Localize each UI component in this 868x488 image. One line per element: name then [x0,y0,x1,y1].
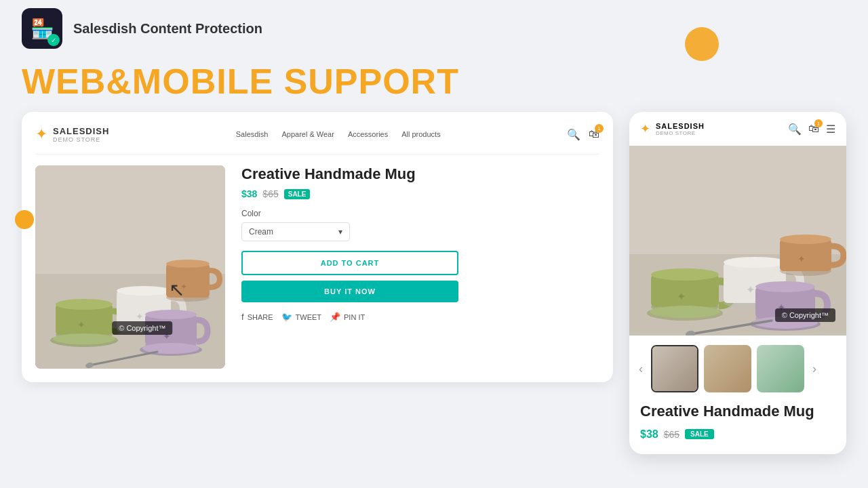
mobile-card: ✦ SALESDISH DEMO STORE 🔍 🛍 1 ☰ [629,112,846,454]
mobile-logo: ✦ SALESDISH DEMO STORE [640,121,705,136]
thumbnail-3[interactable] [757,345,804,392]
mobile-cart-badge: 1 [814,119,823,127]
svg-point-4 [56,299,113,310]
svg-point-31 [650,306,720,318]
logo-text: SALESDISH DEMO STORE [53,126,109,143]
mobile-search-icon[interactable]: 🔍 [788,123,802,136]
mobile-product-title: Creative Handmade Mug [640,402,835,422]
mobile-price-row: $38 $65 SALE [640,428,835,441]
mobile-sale-badge: SALE [685,429,714,439]
mobile-store-sub: DEMO STORE [656,130,705,136]
svg-point-14 [166,260,210,268]
nav-all-products[interactable]: All products [401,130,440,138]
social-share: f SHARE 🐦 TWEET 📌 PIN IT [241,312,599,322]
mobile-store-name: SALESDISH [656,122,705,130]
app-title: Salesdish Content Protection [73,21,262,37]
prev-thumbnail[interactable]: ‹ [636,362,646,376]
decoration-dot [15,210,34,229]
svg-point-7 [53,333,115,344]
product-image-container: ✦ ✦ [35,165,225,369]
nav-links: Salesdish Apparel & Wear Accessories All… [236,130,441,138]
color-value: Cream [249,227,273,237]
mobile-logo-icon: ✦ [640,121,650,136]
cart-badge: 1 [595,124,604,133]
logo-icon: ✦ [35,125,47,143]
svg-rect-13 [166,264,210,298]
store-sub: DEMO STORE [53,136,109,143]
mobile-logo-text: SALESDISH DEMO STORE [656,122,705,136]
facebook-share[interactable]: f SHARE [241,312,273,322]
mobile-copyright-badge: © Copyright™ [775,308,835,322]
thumbnail-2[interactable] [704,345,751,392]
mobile-product-image: ✦ ✦ ✦ ✦ [629,146,846,336]
chevron-down-icon: ▾ [338,227,342,237]
nav-accessories[interactable]: Accessories [348,130,388,138]
svg-text:✦: ✦ [797,253,806,264]
mobile-cart-icon[interactable]: 🛍 1 [808,123,819,135]
app-icon: 🏪 ✓ [22,8,62,49]
pinterest-icon: 📌 [330,312,340,322]
mobile-product-info: Creative Handmade Mug $38 $65 SALE [629,402,846,454]
nav-salesdish[interactable]: Salesdish [236,130,269,138]
svg-text:✦: ✦ [677,291,686,302]
svg-rect-37 [780,239,831,271]
price-old: $65 [262,188,278,199]
mobile-header: ✦ SALESDISH DEMO STORE 🔍 🛍 1 ☰ [629,112,846,146]
mobile-menu-icon[interactable]: ☰ [826,123,835,136]
nav-apparel[interactable]: Apparel & Wear [281,130,334,138]
color-label: Color [241,209,599,218]
desktop-copyright-badge: © Copyright™ [112,321,172,335]
svg-point-10 [117,286,171,296]
add-to-cart-button[interactable]: ADD TO CART [241,251,458,275]
mobile-thumbnails: ‹ › [629,336,846,402]
store-logo: ✦ SALESDISH DEMO STORE [35,125,109,143]
decoration-circle [685,27,719,61]
price-new: $38 [241,188,257,199]
top-header: 🏪 ✓ Salesdish Content Protection [0,0,868,57]
mobile-price-old: $65 [664,429,679,440]
buy-now-button[interactable]: BUY IT NOW [241,281,458,302]
sale-badge: SALE [284,189,311,199]
svg-point-34 [724,257,786,268]
mobile-price-new: $38 [640,428,658,441]
next-thumbnail[interactable]: › [810,362,819,376]
svg-rect-1 [35,165,225,274]
twitter-share[interactable]: 🐦 TWEET [281,312,322,322]
pinterest-share[interactable]: 📌 PIN IT [330,312,365,322]
svg-point-42 [755,281,815,292]
price-row: $38 $65 SALE [241,188,599,199]
mobile-product-svg: ✦ ✦ ✦ ✦ [629,146,846,336]
twitter-icon: 🐦 [281,312,292,322]
product-title: Creative Handmade Mug [241,165,599,183]
desktop-card: ✦ SALESDISH DEMO STORE Salesdish Apparel… [22,112,613,382]
search-icon[interactable]: 🔍 [567,128,580,141]
shield-icon: ✓ [47,34,60,46]
cart-icon[interactable]: 🛍 1 [589,128,599,140]
product-image: ✦ ✦ [35,165,225,369]
svg-point-28 [651,268,719,281]
tweet-label: TWEET [296,313,322,321]
svg-text:✦: ✦ [746,284,755,296]
store-nav: ✦ SALESDISH DEMO STORE Salesdish Apparel… [35,125,599,155]
thumbnail-1[interactable] [651,345,698,392]
color-select[interactable]: Cream ▾ [241,222,350,241]
store-name: SALESDISH [53,126,109,136]
svg-point-38 [780,235,831,244]
nav-icons: 🔍 🛍 1 [567,128,599,141]
svg-point-18 [145,310,197,319]
product-section: ✦ ✦ [35,165,599,369]
pin-label: PIN IT [344,313,365,321]
svg-text:✦: ✦ [180,282,187,291]
share-label: SHARE [248,313,273,321]
main-heading: WEB&MOBILE SUPPORT [0,57,868,112]
svg-text:✦: ✦ [77,319,85,330]
content-area: ✦ SALESDISH DEMO STORE Salesdish Apparel… [0,112,868,454]
product-details: Creative Handmade Mug $38 $65 SALE Color… [241,165,599,369]
facebook-icon: f [241,312,244,322]
svg-text:✦: ✦ [136,311,144,322]
mobile-nav-icons: 🔍 🛍 1 ☰ [788,123,835,136]
